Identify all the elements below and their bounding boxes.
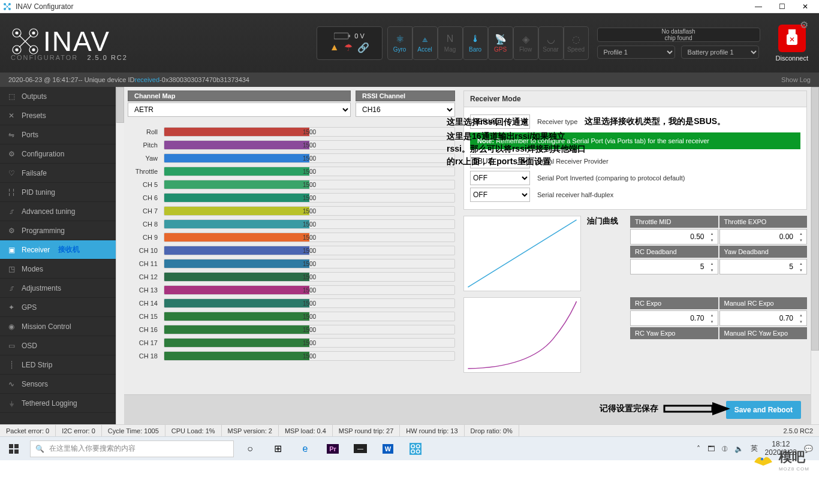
- sidebar-item-led-strip[interactable]: ┊LED Strip: [0, 355, 116, 375]
- svg-rect-13: [348, 35, 350, 37]
- throttle-curve-chart: [463, 216, 581, 291]
- manual-rc-expo-input[interactable]: [719, 310, 808, 326]
- svg-rect-18: [664, 406, 712, 412]
- status-msp-roundtrip: MSP round trip: 27: [333, 425, 401, 436]
- window-maximize-button[interactable]: ☐: [779, 2, 785, 11]
- svg-point-11: [32, 49, 35, 51]
- parachute-icon: ☂: [344, 42, 353, 53]
- watermark: 模吧MOZ8 COM: [751, 448, 809, 472]
- tray-chevron-up-icon[interactable]: ˄: [697, 445, 700, 453]
- sidebar-item-gps[interactable]: ✦GPS: [0, 298, 116, 317]
- channel-bar: 1500: [164, 298, 455, 308]
- tray-volume-icon[interactable]: 🔈: [734, 445, 743, 453]
- search-placeholder: 在这里输入你要搜索的内容: [49, 443, 136, 454]
- channel-row-ch6: CH 61500: [128, 191, 455, 204]
- sidebar-item-configuration[interactable]: ⚙Configuration: [0, 144, 116, 164]
- show-log-toggle[interactable]: Show Log: [781, 76, 811, 83]
- channel-row-ch15: CH 151500: [128, 310, 455, 323]
- channel-label: CH 10: [128, 247, 164, 254]
- tray-wifi-icon[interactable]: ⦷: [722, 445, 727, 453]
- taskbar-search[interactable]: 🔍在这里输入你要搜索的内容: [30, 440, 234, 457]
- status-version: 2.5.0 RC2: [777, 427, 819, 434]
- start-button[interactable]: [0, 437, 28, 460]
- logo-sub: CONFIGURATOR: [11, 54, 78, 61]
- channel-label: CH 9: [128, 234, 164, 241]
- sidebar-item-modes[interactable]: ◳Modes: [0, 259, 116, 279]
- sidebar-item-osd[interactable]: ▭OSD: [0, 336, 116, 355]
- channel-map-select[interactable]: AETR: [128, 102, 351, 117]
- taskbar-cortana-icon[interactable]: ○: [236, 437, 264, 460]
- status-i2c-error: I2C error: 0: [56, 425, 102, 436]
- channel-value: 1500: [303, 207, 316, 216]
- receiver-type-select[interactable]: SERIAL: [470, 114, 530, 129]
- channel-label: CH 14: [128, 300, 164, 307]
- serial-inverted-select[interactable]: OFF: [470, 171, 530, 185]
- sensor-gps: 📡GPS: [488, 26, 513, 60]
- sidebar-item-programming[interactable]: ⚙Programming: [0, 221, 116, 240]
- sidebar-item-label: Configuration: [22, 150, 64, 158]
- profile-select[interactable]: Profile 1: [597, 46, 675, 59]
- sidebar-item-label: Modes: [22, 265, 43, 273]
- channel-label: Throttle: [128, 168, 164, 175]
- sidebar-item-failsafe[interactable]: ♡Failsafe: [0, 164, 116, 183]
- content-scrollbar[interactable]: [811, 87, 819, 424]
- sensor-sonar: ◡Sonar: [538, 26, 564, 60]
- rssi-channel-select[interactable]: CH16: [356, 102, 455, 117]
- battery-voltage: 0 V: [354, 32, 365, 40]
- sidebar-item-outputs[interactable]: ⬚Outputs: [0, 87, 116, 106]
- taskbar-wps-icon[interactable]: W: [374, 437, 402, 460]
- channel-value: 1500: [303, 180, 316, 189]
- serial-halfduplex-select[interactable]: OFF: [470, 188, 530, 202]
- battery-profile-select[interactable]: Battery profile 1: [681, 46, 759, 59]
- sidebar-item-ports[interactable]: ⇋Ports: [0, 125, 116, 144]
- taskbar-premiere-icon[interactable]: Pr: [319, 437, 347, 460]
- channel-bar: 1500: [164, 272, 455, 282]
- sidebar-item-label: Outputs: [22, 92, 47, 101]
- svg-rect-22: [14, 449, 19, 454]
- status-msp-version: MSP version: 2: [222, 425, 279, 436]
- save-and-reboot-button[interactable]: Save and Reboot: [726, 401, 801, 419]
- rc-expo-header: RC Expo: [630, 297, 718, 309]
- window-minimize-button[interactable]: —: [755, 2, 762, 11]
- sidebar-item-advanced-tuning[interactable]: ⎎Advanced tuning: [0, 202, 116, 221]
- status-msp-load: MSP load: 0.4: [279, 425, 333, 436]
- sidebar-item-tethered-logging[interactable]: ⏚Tethered Logging: [0, 394, 116, 413]
- sidebar-item-label: Mission Control: [22, 322, 71, 331]
- throttle-mid-input[interactable]: [630, 229, 718, 245]
- tray-battery-icon[interactable]: 🗔: [707, 445, 715, 453]
- sidebar-item-receiver[interactable]: ▣Receiver接收机: [0, 240, 116, 259]
- rc-deadband-input[interactable]: [630, 259, 718, 274]
- sidebar-item-pid-tuning[interactable]: ╎╎PID tuning: [0, 183, 116, 202]
- sensor-speed: ◌Speed: [564, 26, 589, 60]
- rc-expo-input[interactable]: [630, 310, 718, 326]
- taskbar-taskview-icon[interactable]: ⊞: [264, 437, 291, 460]
- sidebar-item-adjustments[interactable]: ⎎Adjustments: [0, 279, 116, 298]
- annotation-receiver-type: 这里选择接收机类型，我的是SBUS。: [585, 116, 725, 127]
- serial-provider-label: Serial Receiver Provider: [537, 158, 609, 165]
- serial-provider-select[interactable]: SBUS: [470, 154, 530, 168]
- window-close-button[interactable]: ✕: [802, 2, 808, 11]
- channel-label: CH 17: [128, 339, 164, 346]
- taskbar-app1-icon[interactable]: —: [347, 437, 374, 460]
- channel-bar: 1500: [164, 167, 455, 176]
- channel-bar: 1500: [164, 193, 455, 203]
- dataflash-status: No dataflash chip found: [597, 28, 760, 42]
- battery-status: 0 V ▲ ☂ 🔗: [317, 26, 383, 60]
- sensor-accel: ⟁Accel: [412, 26, 438, 60]
- sidebar-item-presets[interactable]: ✕Presets: [0, 106, 116, 125]
- sidebar-item-label: Failsafe: [22, 169, 47, 177]
- sidebar-item-sensors[interactable]: ∿Sensors: [0, 375, 116, 394]
- sidebar-item-label: Presets: [22, 111, 46, 120]
- taskbar-edge-icon[interactable]: e: [291, 437, 319, 460]
- svg-point-28: [761, 457, 763, 460]
- channel-value: 1500: [303, 154, 316, 163]
- channel-row-yaw: Yaw1500: [128, 152, 455, 165]
- channel-label: CH 5: [128, 181, 164, 188]
- yaw-deadband-input[interactable]: [719, 259, 808, 274]
- settings-gear-icon[interactable]: ⚙: [800, 19, 808, 31]
- channel-bar: 1500: [164, 233, 455, 242]
- throttle-expo-input[interactable]: [719, 229, 808, 245]
- sidebar-scrollbar[interactable]: [116, 87, 124, 424]
- sidebar-item-mission-control[interactable]: ◉Mission Control: [0, 317, 116, 336]
- taskbar-inav-icon[interactable]: [402, 437, 429, 460]
